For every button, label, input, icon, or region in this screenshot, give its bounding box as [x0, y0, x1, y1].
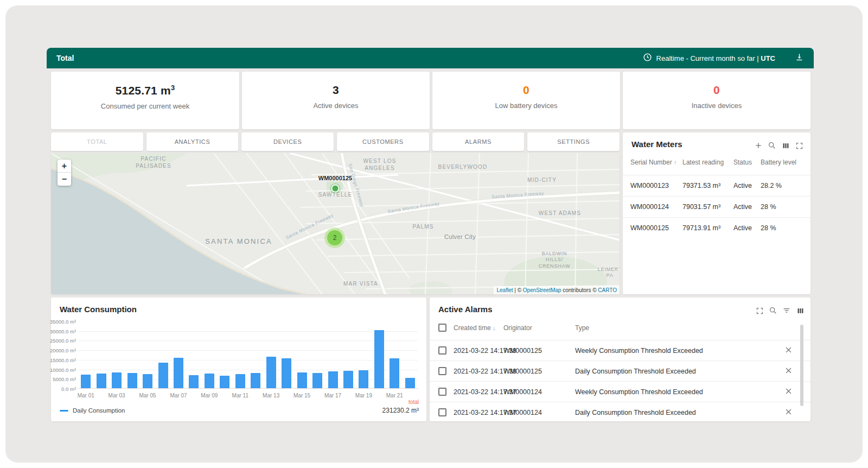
columns-icon[interactable]: [781, 141, 790, 150]
consumption-bar: [266, 357, 276, 388]
water-consumption-panel: Water Consumption 35000.0 m³30000.0 m³25…: [51, 298, 426, 421]
alarms-scrollbar[interactable]: [800, 325, 803, 406]
alarm-checkbox[interactable]: [438, 408, 446, 416]
low-battery-value: 0: [523, 84, 529, 97]
zoom-in-button[interactable]: +: [58, 160, 71, 173]
col-type[interactable]: Type: [575, 324, 589, 332]
consumption-bar: [220, 376, 229, 388]
clear-alarm-icon[interactable]: [784, 366, 793, 377]
x-axis-tick: Mar 15: [293, 393, 310, 399]
tab-customers[interactable]: CUSTOMERS: [337, 132, 429, 151]
col-originator[interactable]: Originator: [503, 324, 532, 332]
total-label: total: [382, 399, 419, 405]
legend-daily-consumption[interactable]: Daily Consumption: [60, 407, 125, 414]
clear-alarm-icon[interactable]: [784, 346, 793, 356]
x-axis-tick: Mar 09: [201, 393, 218, 399]
x-axis-tick: Mar 21: [386, 393, 403, 399]
consumption-bar: [405, 378, 415, 388]
clear-alarm-icon[interactable]: [784, 408, 793, 418]
filter-icon[interactable]: [782, 306, 792, 315]
map-place-label: MAR VISTA: [343, 281, 378, 288]
meter-battery: 28.2 %: [761, 182, 782, 189]
alarm-checkbox[interactable]: [438, 346, 446, 355]
meter-reading: 79713.91 m³: [682, 224, 720, 232]
col-latest-reading[interactable]: Latest reading: [682, 159, 724, 166]
map-attribution: Leaflet | © OpenStreetMap contributors ©…: [494, 286, 620, 294]
search-icon[interactable]: [767, 141, 777, 150]
alarm-row[interactable]: 2021-03-22 14:17:38 WM0000125 Daily Cons…: [430, 361, 810, 381]
columns-icon[interactable]: [795, 306, 805, 315]
select-all-checkbox[interactable]: [438, 324, 446, 332]
col-status[interactable]: Status: [733, 159, 752, 166]
tab-analytics[interactable]: ANALYTICS: [146, 132, 239, 151]
consumption-ylabels: 35000.0 m³30000.0 m³25000.0 m³20000.0 m³…: [53, 321, 76, 389]
col-serial-number[interactable]: Serial Number ↑: [630, 159, 677, 166]
col-created-time[interactable]: Created time ↓: [454, 324, 496, 332]
clear-alarm-icon[interactable]: [784, 387, 793, 397]
add-entity-button[interactable]: [754, 141, 763, 150]
consumption-bar: [328, 371, 338, 388]
active-alarms-panel: Active Alarms Created time ↓ Originator …: [430, 298, 810, 421]
osm-link[interactable]: OpenStreetMap: [523, 287, 561, 293]
consumption-bar: [390, 358, 399, 388]
alarm-originator: WM0000125: [503, 368, 542, 375]
marker-cluster[interactable]: 2: [324, 227, 345, 248]
x-axis-tick: Mar 17: [324, 393, 341, 399]
consumption-bar: [127, 373, 137, 388]
meter-reading: 79031.57 m³: [682, 203, 720, 211]
export-button[interactable]: [795, 53, 804, 64]
carto-link[interactable]: CARTO: [598, 287, 617, 293]
tab-devices[interactable]: DEVICES: [241, 132, 334, 151]
map-place-label: MID-CITY: [527, 177, 557, 184]
tab-total[interactable]: TOTAL: [51, 132, 143, 151]
consumption-bar: [282, 358, 291, 388]
alarm-type: Weekly Consumption Threshold Exceeded: [575, 388, 703, 396]
alarm-row[interactable]: 2021-03-22 14:17:37 WM0000124 Daily Cons…: [430, 402, 810, 421]
device-marker-label: WM0000125: [318, 175, 352, 181]
zoom-out-button[interactable]: −: [58, 173, 71, 186]
tab-settings[interactable]: SETTINGS: [527, 132, 620, 151]
meter-reading: 79371.53 m³: [682, 182, 720, 189]
inactive-devices-value: 0: [713, 84, 720, 97]
tab-alarms[interactable]: ALARMS: [432, 132, 525, 151]
meter-row[interactable]: WM0000124 79031.57 m³ Active 28 %: [623, 196, 810, 217]
stat-card-consumed: 5125.71 m3 Consumed per current week: [51, 72, 239, 129]
map-place-label: Culver City: [444, 233, 476, 241]
map-place-label: SAWTELLE: [318, 192, 353, 199]
stat-card-active-devices: 3 Active devices: [242, 72, 430, 129]
fullscreen-icon[interactable]: [755, 306, 764, 315]
active-devices-label: Active devices: [313, 102, 358, 110]
consumed-label: Consumed per current week: [101, 102, 189, 110]
dashboard-nav: TOTAL ANALYTICS DEVICES CUSTOMERS ALARMS…: [51, 132, 620, 151]
meter-row[interactable]: WM0000123 79371.53 m³ Active 28.2 %: [623, 175, 810, 196]
consumption-bar: [374, 330, 384, 388]
map-place-label: WEST LOS ANGELES: [363, 158, 396, 172]
cluster-count: 2: [333, 234, 337, 242]
search-icon[interactable]: [768, 306, 778, 315]
gridline: [78, 350, 418, 351]
gridline: [78, 360, 418, 361]
total-value: 231230.2 m³: [382, 407, 419, 414]
alarm-row[interactable]: 2021-03-22 14:17:38 WM0000125 Weekly Con…: [430, 340, 810, 361]
inactive-devices-label: Inactive devices: [692, 102, 742, 110]
meter-row[interactable]: WM0000125 79713.91 m³ Active 28 %: [623, 217, 810, 239]
meter-serial: WM0000125: [630, 224, 669, 232]
alarm-checkbox[interactable]: [438, 367, 446, 375]
dashboard-title: Total: [56, 54, 74, 62]
alarm-type: Daily Consumption Threshold Exceeded: [575, 409, 696, 416]
fullscreen-icon[interactable]: [794, 141, 804, 150]
consumption-bar: [112, 372, 122, 388]
col-battery-level[interactable]: Battery level: [761, 159, 796, 166]
alarm-row[interactable]: 2021-03-22 14:17:37 WM0000124 Weekly Con…: [430, 381, 810, 402]
timewindow-button[interactable]: Realtime - Current month so far | UTC: [643, 53, 775, 64]
device-marker[interactable]: [331, 185, 340, 193]
map-place-label: PALMS: [412, 224, 433, 231]
alarm-originator: WM0000124: [503, 409, 542, 416]
x-axis-tick: Mar 19: [355, 393, 372, 399]
leaflet-link[interactable]: Leaflet: [496, 287, 513, 293]
consumption-bar: [174, 358, 183, 388]
alarm-checkbox[interactable]: [438, 388, 446, 396]
legend-dash: [60, 410, 68, 412]
gridline: [78, 331, 418, 332]
devices-map[interactable]: PACIFIC PALISADES WEST LOS ANGELES BEVER…: [51, 153, 620, 294]
